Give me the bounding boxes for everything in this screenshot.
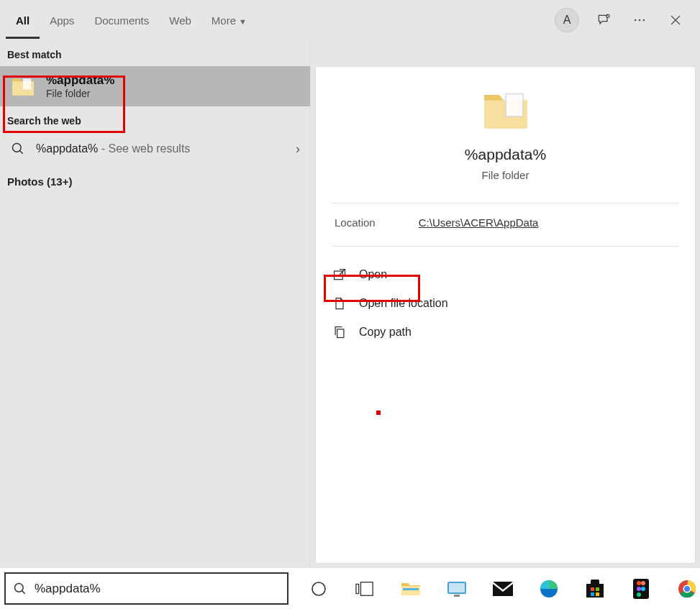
svg-point-29 xyxy=(637,581,641,585)
location-row: Location C:\Users\ACER\AppData xyxy=(316,203,695,239)
photos-section-label[interactable]: Photos (13+) xyxy=(0,165,310,198)
best-match-result[interactable]: %appdata% File folder xyxy=(0,66,310,106)
details-title: %appdata% xyxy=(465,146,546,163)
taskbar xyxy=(0,568,700,609)
svg-point-14 xyxy=(312,582,325,595)
web-result-row[interactable]: %appdata% - See web results › xyxy=(0,132,310,165)
more-options-icon[interactable] xyxy=(628,9,651,32)
best-match-label: Best match xyxy=(0,40,310,66)
svg-rect-11 xyxy=(337,329,344,338)
edge-icon[interactable] xyxy=(536,576,562,602)
details-column: %appdata% File folder Location C:\Users\… xyxy=(311,40,700,568)
svg-point-7 xyxy=(13,144,22,152)
tab-web[interactable]: Web xyxy=(159,2,201,39)
svg-rect-24 xyxy=(591,587,594,591)
svg-rect-15 xyxy=(356,584,359,593)
svg-point-0 xyxy=(606,14,609,17)
svg-line-13 xyxy=(22,590,25,593)
copy-icon xyxy=(332,324,347,340)
svg-rect-6 xyxy=(23,79,31,90)
action-open-file-location[interactable]: Open file location xyxy=(332,296,679,311)
svg-rect-17 xyxy=(403,588,419,590)
feedback-icon[interactable] xyxy=(592,9,615,32)
action-copy-path[interactable]: Copy path xyxy=(332,324,679,340)
svg-point-3 xyxy=(643,19,645,22)
search-input[interactable] xyxy=(35,582,280,596)
svg-point-33 xyxy=(637,592,641,597)
open-location-icon xyxy=(332,296,347,311)
folder-icon xyxy=(10,73,36,99)
svg-rect-25 xyxy=(596,587,599,591)
svg-rect-20 xyxy=(454,595,460,597)
best-match-text: %appdata% File folder xyxy=(46,73,114,99)
svg-rect-9 xyxy=(506,94,523,117)
svg-rect-16 xyxy=(360,582,373,595)
figma-icon[interactable] xyxy=(628,576,654,602)
web-result-text: %appdata% - See web results xyxy=(36,142,286,155)
task-view-icon[interactable] xyxy=(352,576,378,602)
action-open[interactable]: Open xyxy=(332,267,679,283)
best-match-title: %appdata% xyxy=(46,73,114,88)
action-copy-path-label: Copy path xyxy=(359,326,412,339)
cortana-icon[interactable] xyxy=(306,576,332,602)
chrome-icon[interactable] xyxy=(674,576,700,602)
details-card: %appdata% File folder Location C:\Users\… xyxy=(315,66,696,564)
results-column: Best match %appdata% File folder Search … xyxy=(0,40,311,568)
taskbar-search-box[interactable] xyxy=(4,572,288,605)
settings-app-icon[interactable] xyxy=(444,576,470,602)
svg-rect-19 xyxy=(449,583,465,592)
chevron-right-icon: › xyxy=(296,142,300,157)
svg-point-32 xyxy=(641,587,645,591)
svg-rect-21 xyxy=(493,582,513,596)
search-icon xyxy=(13,582,27,596)
action-open-file-location-label: Open file location xyxy=(359,297,448,310)
svg-rect-26 xyxy=(591,592,594,596)
mail-icon[interactable] xyxy=(490,576,516,602)
location-path[interactable]: C:\Users\ACER\AppData xyxy=(419,216,539,229)
details-header: %appdata% File folder xyxy=(316,67,695,196)
action-open-label: Open xyxy=(359,268,387,281)
tab-all[interactable]: All xyxy=(6,2,40,39)
actions-list: Open Open file location Copy path xyxy=(316,247,695,360)
file-explorer-icon[interactable] xyxy=(398,576,424,602)
tab-apps[interactable]: Apps xyxy=(40,2,84,39)
svg-point-30 xyxy=(641,581,645,585)
svg-point-36 xyxy=(684,586,690,592)
tab-documents[interactable]: Documents xyxy=(84,2,159,39)
svg-line-8 xyxy=(20,151,23,154)
svg-point-12 xyxy=(15,583,24,592)
search-icon xyxy=(10,141,26,157)
folder-large-icon xyxy=(480,84,532,136)
header-bar: All Apps Documents Web More▼ A xyxy=(0,0,700,40)
svg-point-2 xyxy=(639,19,641,22)
svg-point-31 xyxy=(637,587,641,591)
header-controls: A xyxy=(555,8,694,32)
best-match-subtitle: File folder xyxy=(46,88,114,99)
search-web-label: Search the web xyxy=(0,106,310,132)
close-icon[interactable] xyxy=(664,9,687,32)
search-pane: All Apps Documents Web More▼ A Best matc… xyxy=(0,0,700,568)
details-subtitle: File folder xyxy=(482,169,529,181)
chevron-down-icon: ▼ xyxy=(239,17,247,26)
search-body: Best match %appdata% File folder Search … xyxy=(0,40,700,568)
location-label: Location xyxy=(335,216,376,229)
open-icon xyxy=(332,267,347,283)
tab-more[interactable]: More▼ xyxy=(201,2,257,39)
svg-rect-23 xyxy=(586,584,604,597)
svg-point-1 xyxy=(635,19,637,22)
category-tabs: All Apps Documents Web More▼ xyxy=(6,2,257,39)
taskbar-apps xyxy=(293,576,700,602)
microsoft-store-icon[interactable] xyxy=(582,576,608,602)
svg-rect-27 xyxy=(596,592,599,596)
user-avatar[interactable]: A xyxy=(555,8,579,32)
annotation-dot xyxy=(376,411,381,415)
